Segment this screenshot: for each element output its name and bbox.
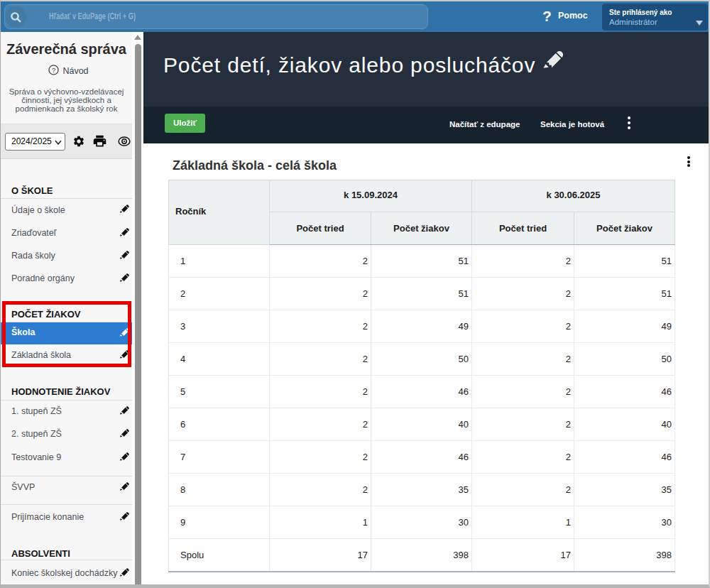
svg-text:?: ? bbox=[52, 66, 56, 74]
